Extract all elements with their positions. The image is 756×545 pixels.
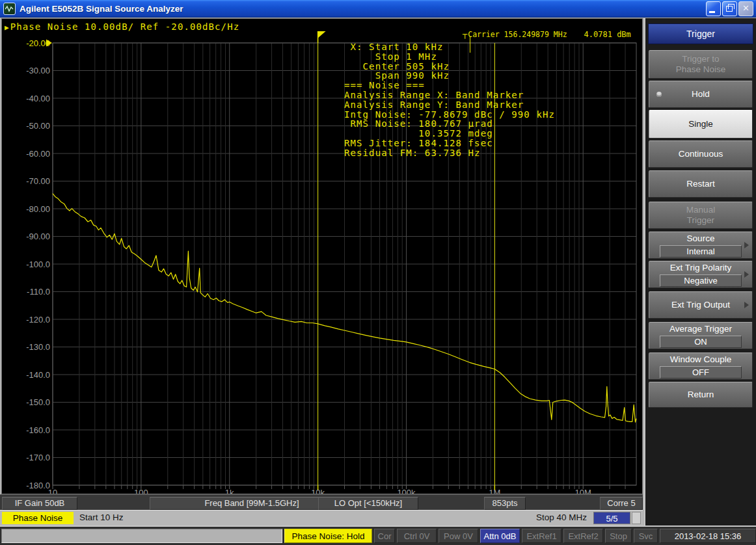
indicator-extref1: ExtRef1 (522, 529, 561, 543)
restore-button[interactable] (722, 1, 737, 16)
softkey-source[interactable]: Source Internal (649, 232, 753, 259)
svg-text:-50.00: -50.00 (26, 121, 50, 131)
indicator-ctrl: Ctrl 0V (397, 529, 437, 543)
noise-analysis-readout: X: Start 10 kHz Stop 1 MHz Center 505 kH… (344, 42, 555, 158)
svg-text:1M: 1M (489, 488, 500, 494)
start-frequency-label: Start 10 Hz (79, 512, 124, 522)
svg-text:1k: 1k (225, 488, 234, 494)
svg-text:10: 10 (48, 488, 57, 494)
svg-text:-140.0: -140.0 (26, 370, 50, 380)
svg-text:-90.00: -90.00 (26, 232, 50, 241)
svg-text:-130.0: -130.0 (26, 342, 50, 352)
page-spinner-box[interactable] (632, 512, 641, 524)
svg-text:100: 100 (134, 488, 148, 494)
points-indicator: 853pts (484, 497, 526, 510)
softkey-menu: Trigger Trigger to Phase Noise Hold Sing… (644, 18, 756, 525)
indicator-stop: Stop (605, 529, 632, 543)
minimize-button[interactable] (706, 1, 721, 16)
svg-text:-110.0: -110.0 (27, 287, 50, 297)
indicator-pow: Pow 0V (439, 529, 478, 543)
softkey-menu-title: Trigger (648, 23, 753, 44)
softkey-manual-trigger[interactable]: Manual Trigger (649, 202, 753, 229)
hold-status-badge: Phase Noise: Hold (284, 529, 372, 543)
instrument-status-bar: Phase Noise: Hold Cor Ctrl 0V Pow 0V Att… (0, 525, 756, 545)
window-title: Agilent E5052B Signal Source Analyzer (20, 4, 183, 14)
carrier-readout: ┬Carrier 156.249879 MHz4.0781 dBm (463, 30, 631, 39)
minimize-icon (709, 11, 715, 13)
stop-frequency-label: Stop 40 MHz (536, 512, 587, 522)
trace-scale-label: ▶Phase Noise 10.00dB/ Ref -20.00dBc/Hz (5, 21, 239, 32)
softkey-window-couple[interactable]: Window Couple OFF (649, 352, 753, 380)
indicator-cor: Cor (374, 529, 395, 543)
softkey-ext-trig-polarity[interactable]: Ext Trig Polarity Negative (649, 261, 753, 288)
svg-text:-40.00: -40.00 (26, 94, 50, 103)
close-button[interactable]: ✕ (738, 1, 753, 16)
average-trigger-value: ON (660, 336, 741, 348)
svg-text:10k: 10k (311, 488, 325, 494)
submenu-arrow-icon (744, 242, 749, 248)
active-trace-arrow-icon: ▶ (5, 23, 9, 32)
softkey-single[interactable]: Single (649, 110, 753, 139)
svg-text:-100.0: -100.0 (26, 259, 50, 269)
indicator-extref2: ExtRef2 (563, 529, 603, 543)
submenu-arrow-icon (744, 302, 749, 308)
carrier-frequency: Carrier 156.249879 MHz (468, 30, 567, 39)
svg-text:-150.0: -150.0 (26, 397, 50, 407)
e5052b-analyzer-window: { "window": { "title": "Agilent E5052B S… (0, 0, 756, 545)
submenu-arrow-icon (744, 271, 749, 278)
indicator-svc: Svc (634, 529, 658, 543)
message-area (1, 529, 282, 543)
svg-text:-180.0: -180.0 (26, 481, 50, 490)
correction-indicator: Corre 5 (600, 497, 643, 510)
restore-icon (726, 6, 733, 12)
svg-text:-170.0: -170.0 (26, 453, 50, 462)
radio-selected-icon (656, 92, 662, 97)
softkey-average-trigger[interactable]: Average Trigger ON (649, 322, 753, 349)
app-waveform-icon (3, 3, 16, 15)
softkey-ext-trig-output[interactable]: Ext Trig Output (649, 291, 753, 319)
window-titlebar: Agilent E5052B Signal Source Analyzer ✕ (0, 0, 756, 18)
lo-opt-indicator: LO Opt [<150kHz] (318, 497, 418, 510)
svg-text:10M: 10M (575, 488, 591, 494)
svg-text:-80.00: -80.00 (26, 204, 50, 214)
close-icon: ✕ (739, 2, 753, 14)
ext-trig-polarity-value: Negative (660, 274, 741, 287)
softkey-hold[interactable]: Hold (649, 81, 753, 108)
svg-text:-60.00: -60.00 (26, 149, 50, 159)
softkey-return[interactable]: Return (649, 382, 753, 408)
measurement-status-bar: IF Gain 50dB Freq Band [99M-1.5GHz] LO O… (0, 494, 643, 511)
phase-noise-plot-window: -20.00-30.00-40.00-50.00-60.00-70.00-80.… (1, 18, 643, 494)
svg-text:-30.00: -30.00 (26, 66, 50, 75)
mode-badge: Phase Noise (2, 512, 74, 524)
softkey-trigger-to-phase-noise[interactable]: Trigger to Phase Noise (649, 50, 753, 79)
source-value: Internal (660, 245, 741, 258)
page-indicator: 5/5 (593, 512, 630, 524)
carrier-power: 4.0781 dBm (584, 30, 631, 39)
indicator-attn: Attn 0dB (480, 529, 520, 543)
svg-text:-160.0: -160.0 (26, 425, 50, 435)
softkey-continuous[interactable]: Continuous (649, 140, 753, 168)
softkey-restart[interactable]: Restart (649, 170, 753, 198)
carrier-marker-icon: ┬ (463, 30, 467, 39)
if-gain-indicator: IF Gain 50dB (2, 497, 77, 510)
svg-text:100k: 100k (397, 488, 416, 494)
svg-text:-120.0: -120.0 (26, 315, 50, 325)
svg-text:-70.00: -70.00 (26, 176, 50, 186)
window-couple-value: OFF (660, 366, 741, 379)
sweep-range-bar: Phase Noise Start 10 Hz Stop 40 MHz 5/5 (0, 510, 643, 526)
datetime-display: 2013-02-18 15:36 (660, 529, 756, 543)
